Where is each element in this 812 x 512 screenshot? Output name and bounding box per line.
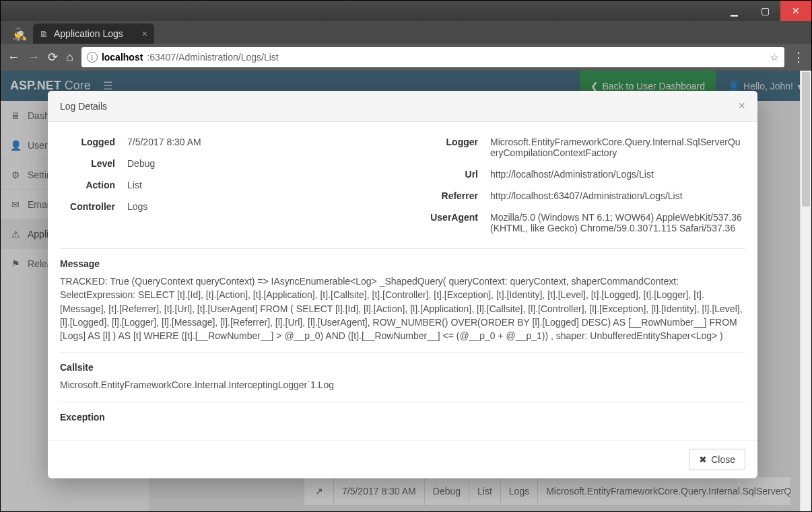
- controller-value: Logs: [127, 201, 396, 212]
- url-path: :63407/Administration/Logs/List: [147, 52, 278, 63]
- window-maximize-button[interactable]: ▢: [749, 1, 780, 21]
- modal-close-icon[interactable]: ×: [738, 99, 745, 113]
- browser-window: ▁ ▢ ✕ 🕵 🗎 Application Logs × ← → ⟳ ⌂ i l…: [0, 0, 812, 512]
- referrer-label: Referrer: [409, 190, 490, 201]
- nav-back-icon[interactable]: ←: [7, 50, 20, 65]
- modal-title: Log Details: [60, 101, 107, 112]
- controller-label: Controller: [60, 201, 127, 212]
- page-icon: 🗎: [40, 29, 48, 39]
- logger-label: Logger: [409, 137, 490, 147]
- url-host: localhost: [102, 52, 143, 63]
- browser-menu-icon[interactable]: ⋮: [792, 50, 805, 65]
- callsite-label: Callsite: [60, 362, 745, 373]
- referrer-value: http://localhost:63407/Administration/Lo…: [490, 190, 745, 201]
- url-label: Url: [409, 169, 490, 180]
- logged-label: Logged: [60, 137, 127, 147]
- close-button[interactable]: ✖ Close: [689, 449, 745, 470]
- message-label: Message: [60, 258, 745, 269]
- url-value: http://localhost/Administration/Logs/Lis…: [490, 169, 745, 180]
- nav-reload-icon[interactable]: ⟳: [48, 50, 58, 65]
- useragent-label: UserAgent: [409, 212, 490, 223]
- action-label: Action: [60, 180, 127, 190]
- page-viewport: ASP.NET Core ☰ ❮ Back to User Dashboard …: [1, 71, 811, 511]
- window-minimize-button[interactable]: ▁: [718, 1, 749, 21]
- useragent-value: Mozilla/5.0 (Windows NT 6.1; WOW64) Appl…: [490, 212, 745, 233]
- tab-close-icon[interactable]: ×: [142, 28, 147, 39]
- browser-tabstrip: 🕵 🗎 Application Logs ×: [1, 21, 811, 44]
- log-details-modal: Log Details × Logged7/5/2017 8:30 AM Lev…: [48, 91, 757, 478]
- address-bar[interactable]: i localhost :63407/Administration/Logs/L…: [81, 47, 784, 67]
- callsite-value: Microsoft.EntityFrameworkCore.Internal.I…: [60, 378, 745, 392]
- bookmark-star-icon[interactable]: ☆: [770, 52, 779, 63]
- level-label: Level: [60, 158, 127, 169]
- message-value: TRACKED: True (QueryContext queryContext…: [60, 275, 745, 342]
- action-value: List: [127, 180, 396, 190]
- modal-header: Log Details ×: [48, 91, 757, 122]
- incognito-icon: 🕵: [6, 25, 33, 44]
- logger-value: Microsoft.EntityFrameworkCore.Query.Inte…: [490, 137, 745, 158]
- nav-forward-icon: →: [28, 50, 40, 65]
- close-button-label: Close: [711, 454, 735, 465]
- page-scrollbar[interactable]: [800, 71, 811, 511]
- browser-toolbar: ← → ⟳ ⌂ i localhost :63407/Administratio…: [1, 44, 811, 71]
- exception-label: Exception: [60, 412, 745, 423]
- close-icon: ✖: [699, 454, 707, 465]
- browser-tab[interactable]: 🗎 Application Logs ×: [33, 24, 154, 44]
- window-close-button[interactable]: ✕: [780, 1, 811, 21]
- site-info-icon[interactable]: i: [87, 52, 98, 63]
- window-titlebar: ▁ ▢ ✕: [1, 1, 811, 21]
- scrollbar-thumb[interactable]: [802, 72, 810, 207]
- logged-value: 7/5/2017 8:30 AM: [127, 137, 396, 147]
- level-value: Debug: [127, 158, 396, 169]
- tab-title: Application Logs: [54, 28, 123, 39]
- nav-home-icon[interactable]: ⌂: [66, 50, 73, 65]
